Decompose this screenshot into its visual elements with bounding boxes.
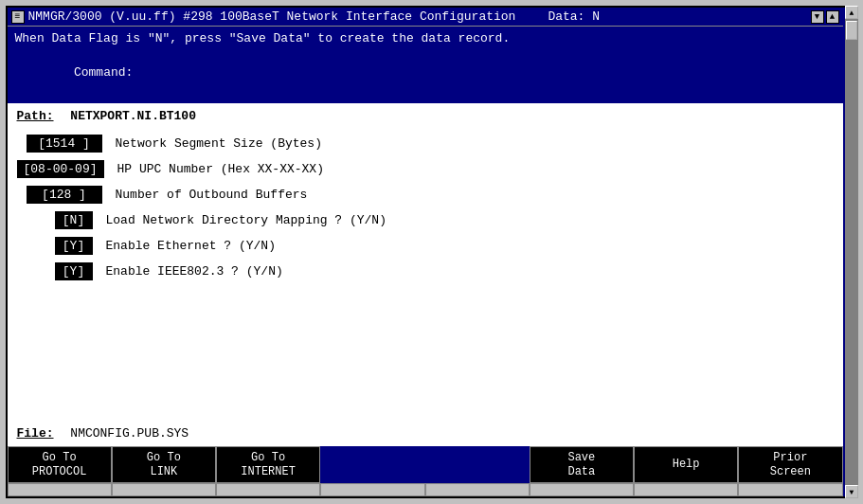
go-to-protocol-line2: PROTOCOL bbox=[32, 465, 87, 478]
bottom-cell-7 bbox=[634, 483, 738, 496]
go-to-internet-line2: INTERNET bbox=[241, 465, 296, 478]
field-row-network-segment-size: [1514 ] Network Segment Size (Bytes) bbox=[17, 135, 834, 153]
command-label: Command: bbox=[74, 65, 133, 80]
field-value-load-network-directory[interactable]: [N] bbox=[55, 211, 93, 229]
scroll-up-button[interactable]: ▲ bbox=[845, 6, 858, 19]
main-content: Path: NETXPORT.NI.BT100 [1514 ] Network … bbox=[8, 103, 843, 446]
scroll-thumb[interactable] bbox=[846, 21, 857, 40]
empty-button-2 bbox=[425, 446, 530, 483]
command-line: Command: bbox=[15, 47, 836, 99]
header-area: When Data Flag is "N", press "Save Data"… bbox=[8, 27, 843, 103]
scrollbar: ▲ ▼ bbox=[845, 6, 858, 498]
bottom-cell-1 bbox=[8, 483, 112, 496]
scroll-track bbox=[845, 19, 858, 485]
prior-screen-line2: Screen bbox=[770, 465, 811, 478]
field-value-network-segment-size[interactable]: [1514 ] bbox=[27, 135, 102, 153]
field-label-hp-upc-number: HP UPC Number (Hex XX-XX-XX) bbox=[117, 162, 324, 176]
field-value-enable-ethernet[interactable]: [Y] bbox=[55, 237, 93, 255]
maximize-button[interactable]: ▲ bbox=[826, 10, 839, 24]
file-line: File: NMCONFIG.PUB.SYS bbox=[17, 421, 834, 441]
bottom-row bbox=[8, 483, 843, 496]
go-to-link-line1: Go To bbox=[147, 451, 181, 464]
help-button[interactable]: Help bbox=[634, 446, 738, 483]
title-bar: ≡ NMMGR/3000 (V.uu.ff) #298 100BaseT Net… bbox=[8, 8, 843, 27]
field-label-outbound-buffers: Number of Outbound Buffers bbox=[116, 188, 308, 202]
toolbar: Go To PROTOCOL Go To LINK Go To INTERNET bbox=[8, 446, 843, 483]
help-line1: Help bbox=[673, 458, 700, 471]
prior-screen-line1: Prior bbox=[770, 451, 811, 464]
field-label-load-network-directory: Load Network Directory Mapping ? (Y/N) bbox=[106, 213, 387, 227]
save-data-line2: Data bbox=[567, 465, 595, 478]
window-title: NMMGR/3000 (V.uu.ff) #298 100BaseT Netwo… bbox=[28, 9, 516, 24]
title-bar-left: ≡ NMMGR/3000 (V.uu.ff) #298 100BaseT Net… bbox=[11, 9, 601, 24]
window-menu-icon[interactable]: ≡ bbox=[11, 10, 25, 24]
data-flag: Data: N bbox=[548, 9, 600, 24]
go-to-internet-line1: Go To bbox=[241, 451, 296, 464]
empty-button-1 bbox=[320, 446, 424, 483]
field-value-outbound-buffers[interactable]: [128 ] bbox=[27, 186, 102, 204]
field-label-network-segment-size: Network Segment Size (Bytes) bbox=[116, 136, 322, 151]
path-line: Path: NETXPORT.NI.BT100 bbox=[17, 109, 834, 123]
go-to-protocol-button[interactable]: Go To PROTOCOL bbox=[8, 446, 112, 483]
bottom-cell-2 bbox=[112, 483, 216, 496]
prior-screen-button[interactable]: Prior Screen bbox=[738, 446, 842, 483]
save-data-button[interactable]: Save Data bbox=[530, 446, 634, 483]
field-value-enable-ieee8023[interactable]: [Y] bbox=[55, 262, 93, 280]
field-row-load-network-directory: [N] Load Network Directory Mapping ? (Y/… bbox=[17, 211, 834, 229]
minimize-button[interactable]: ▼ bbox=[811, 10, 824, 24]
title-bar-controls: ▼ ▲ bbox=[811, 10, 839, 24]
header-line2: When Data Flag is "N", press "Save Data"… bbox=[15, 30, 836, 47]
path-value: NETXPORT.NI.BT100 bbox=[70, 109, 196, 123]
file-label: File: bbox=[17, 426, 54, 441]
field-row-enable-ieee8023: [Y] Enable IEEE802.3 ? (Y/N) bbox=[17, 262, 834, 280]
application-window: ≡ NMMGR/3000 (V.uu.ff) #298 100BaseT Net… bbox=[6, 6, 858, 498]
field-row-outbound-buffers: [128 ] Number of Outbound Buffers bbox=[17, 186, 834, 204]
save-data-line1: Save bbox=[567, 451, 595, 464]
bottom-cell-6 bbox=[530, 483, 634, 496]
field-label-enable-ieee8023: Enable IEEE802.3 ? (Y/N) bbox=[106, 264, 283, 279]
bottom-cell-8 bbox=[738, 483, 842, 496]
bottom-cell-3 bbox=[216, 483, 320, 496]
scroll-down-button[interactable]: ▼ bbox=[845, 485, 858, 498]
go-to-internet-button[interactable]: Go To INTERNET bbox=[216, 446, 320, 483]
bottom-cell-5 bbox=[425, 483, 530, 496]
go-to-link-line2: LINK bbox=[147, 465, 181, 478]
field-value-hp-upc-number[interactable]: [08-00-09] bbox=[17, 160, 104, 178]
go-to-link-button[interactable]: Go To LINK bbox=[112, 446, 216, 483]
field-row-enable-ethernet: [Y] Enable Ethernet ? (Y/N) bbox=[17, 237, 834, 255]
file-value: NMCONFIG.PUB.SYS bbox=[70, 426, 189, 441]
path-label: Path: bbox=[17, 109, 54, 123]
go-to-protocol-line1: Go To bbox=[32, 451, 87, 464]
field-label-enable-ethernet: Enable Ethernet ? (Y/N) bbox=[106, 239, 276, 253]
bottom-cell-4 bbox=[320, 483, 424, 496]
field-row-hp-upc-number: [08-00-09] HP UPC Number (Hex XX-XX-XX) bbox=[17, 160, 834, 178]
